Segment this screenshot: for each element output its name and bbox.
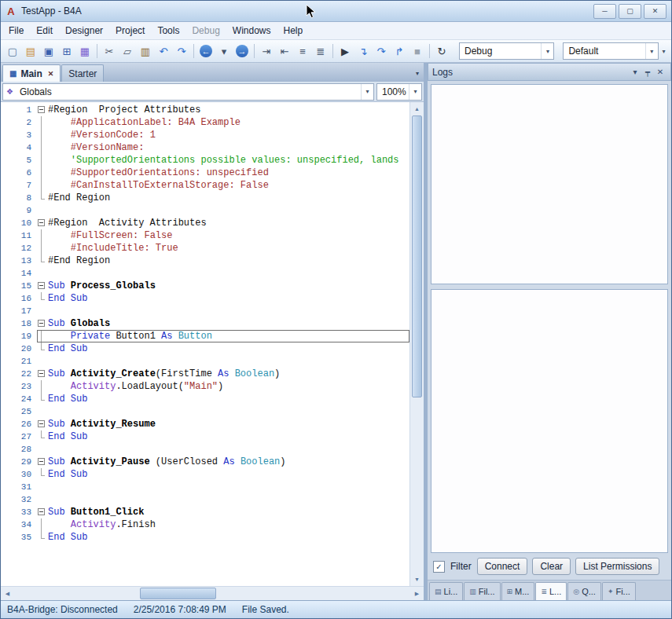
chevron-down-icon[interactable]: ▾: [645, 43, 658, 59]
filter-checkbox[interactable]: ✓: [433, 561, 445, 573]
forward-icon[interactable]: →: [233, 42, 251, 60]
chevron-down-icon[interactable]: ▾: [409, 84, 421, 100]
stop-icon[interactable]: ■: [409, 42, 426, 60]
step-over-icon[interactable]: ↷: [373, 42, 390, 60]
code-line-8[interactable]: 8#End Region: [1, 192, 409, 204]
code-line-6[interactable]: 6 #SupportedOrientations: unspecified: [1, 167, 409, 179]
dock-menu-icon[interactable]: ▾: [629, 68, 641, 76]
code-editor[interactable]: 1#Region Project Attributes2 #Applicatio…: [1, 102, 424, 586]
tab-find[interactable]: ✦Fi...: [602, 582, 636, 600]
vertical-scrollbar[interactable]: ▲ ▼: [409, 102, 424, 586]
scroll-right-icon[interactable]: ▶: [410, 587, 424, 600]
code-line-35[interactable]: 35End Sub: [1, 531, 409, 544]
fold-marker[interactable]: [37, 280, 48, 292]
comment-icon[interactable]: ≡: [294, 42, 311, 60]
code-line-14[interactable]: 14: [1, 267, 409, 280]
run-icon[interactable]: ▶: [336, 42, 354, 60]
menu-tools[interactable]: Tools: [151, 23, 185, 38]
code-line-34[interactable]: 34 Activity.Finish: [1, 518, 409, 531]
back-icon[interactable]: ←: [197, 42, 215, 60]
code-line-10[interactable]: 10#Region Activity Attributes: [1, 217, 409, 229]
minimize-button[interactable]: ─: [593, 4, 616, 19]
fold-marker[interactable]: [37, 217, 48, 229]
fold-marker[interactable]: [37, 368, 48, 380]
menu-windows[interactable]: Windows: [226, 23, 277, 38]
vertical-scrollbar-thumb[interactable]: [412, 115, 422, 397]
code-line-5[interactable]: 5 'SupportedOrientations possible values…: [1, 154, 409, 167]
collapse-icon[interactable]: [38, 370, 45, 377]
zoom-combo[interactable]: 100% ▾: [376, 83, 422, 101]
log-detail-area[interactable]: [431, 289, 668, 553]
rebuild-icon[interactable]: ↻: [433, 42, 450, 60]
chevron-down-icon[interactable]: ▾: [541, 43, 553, 59]
code-line-18[interactable]: 18Sub Globals: [1, 317, 409, 330]
toolbar-overflow-icon[interactable]: ▾: [659, 48, 668, 55]
tab-list-dropdown-icon[interactable]: ▾: [411, 70, 424, 82]
build-configuration-combo[interactable]: Debug ▾: [459, 42, 554, 60]
code-line-24[interactable]: 24End Sub: [1, 393, 409, 405]
code-line-31[interactable]: 31: [1, 481, 409, 493]
code-line-3[interactable]: 3 #VersionCode: 1: [1, 129, 409, 141]
code-line-9[interactable]: 9: [1, 204, 409, 217]
tab-starter[interactable]: Starter: [61, 64, 104, 82]
code-line-30[interactable]: 30End Sub: [1, 468, 409, 481]
code-line-33[interactable]: 33Sub Button1_Click: [1, 506, 409, 518]
tab-modules[interactable]: ⊞M...: [501, 582, 535, 600]
new-icon[interactable]: ▢: [4, 42, 21, 60]
save-all-icon[interactable]: ⊞: [58, 42, 75, 60]
code-line-19[interactable]: 19 Private Button1 As Button: [1, 330, 409, 342]
tab-libraries[interactable]: ▤Li...: [429, 582, 463, 600]
fold-marker[interactable]: [37, 506, 48, 518]
code-line-16[interactable]: 16End Sub: [1, 292, 409, 305]
cut-icon[interactable]: ✂: [101, 42, 118, 60]
paste-icon[interactable]: ▥: [137, 42, 154, 60]
save-icon[interactable]: ▣: [40, 42, 57, 60]
chevron-down-icon[interactable]: ▾: [361, 84, 373, 100]
code-line-13[interactable]: 13#End Region: [1, 255, 409, 267]
tab-quick-search[interactable]: ◎Q...: [567, 582, 601, 600]
menu-file[interactable]: File: [2, 23, 30, 38]
undo-icon[interactable]: ↶: [155, 42, 172, 60]
menu-debug[interactable]: Debug: [185, 23, 226, 38]
code-line-21[interactable]: 21: [1, 355, 409, 368]
uncomment-icon[interactable]: ≣: [312, 42, 329, 60]
collapse-icon[interactable]: [38, 458, 45, 465]
menu-project[interactable]: Project: [109, 23, 151, 38]
horizontal-scrollbar-thumb[interactable]: [140, 588, 216, 599]
menu-designer[interactable]: Designer: [59, 23, 109, 38]
fold-marker[interactable]: [37, 104, 48, 116]
back-history-dropdown-icon[interactable]: ▾: [215, 42, 233, 60]
scope-selector-combo[interactable]: ❖ Globals ▾: [2, 83, 374, 101]
outdent-icon[interactable]: ⇤: [276, 42, 293, 60]
menu-help[interactable]: Help: [277, 23, 310, 38]
code-line-23[interactable]: 23 Activity.LoadLayout("Main"): [1, 380, 409, 393]
fold-marker[interactable]: [37, 418, 48, 430]
collapse-icon[interactable]: [38, 508, 45, 515]
designer-icon[interactable]: ▦: [76, 42, 94, 60]
code-line-1[interactable]: 1#Region Project Attributes: [1, 104, 409, 116]
redo-icon[interactable]: ↷: [173, 42, 190, 60]
fold-marker[interactable]: [37, 317, 48, 330]
fold-marker[interactable]: [37, 456, 48, 468]
tab-logs[interactable]: ≣L...: [535, 582, 567, 600]
collapse-icon[interactable]: [38, 320, 45, 327]
connect-button[interactable]: Connect: [477, 558, 528, 575]
collapse-icon[interactable]: [38, 106, 45, 113]
collapse-icon[interactable]: [38, 282, 45, 289]
code-line-15[interactable]: 15Sub Process_Globals: [1, 280, 409, 292]
code-line-12[interactable]: 12 #IncludeTitle: True: [1, 242, 409, 255]
code-line-4[interactable]: 4 #VersionName:: [1, 141, 409, 154]
pin-icon[interactable]: ┯: [641, 68, 654, 76]
close-icon[interactable]: ✕: [654, 68, 666, 76]
code-line-22[interactable]: 22Sub Activity_Create(FirstTime As Boole…: [1, 368, 409, 380]
code-line-32[interactable]: 32: [1, 493, 409, 506]
code-line-17[interactable]: 17: [1, 305, 409, 317]
tab-close-icon[interactable]: ✕: [48, 70, 54, 78]
maximize-button[interactable]: ▢: [619, 4, 641, 19]
log-output-area[interactable]: [431, 84, 668, 284]
step-out-icon[interactable]: ↱: [391, 42, 408, 60]
code-line-7[interactable]: 7 #CanInstallToExternalStorage: False: [1, 179, 409, 192]
code-line-25[interactable]: 25: [1, 405, 409, 418]
tab-files[interactable]: ▥Fil...: [464, 582, 500, 600]
scroll-left-icon[interactable]: ◀: [1, 587, 14, 600]
